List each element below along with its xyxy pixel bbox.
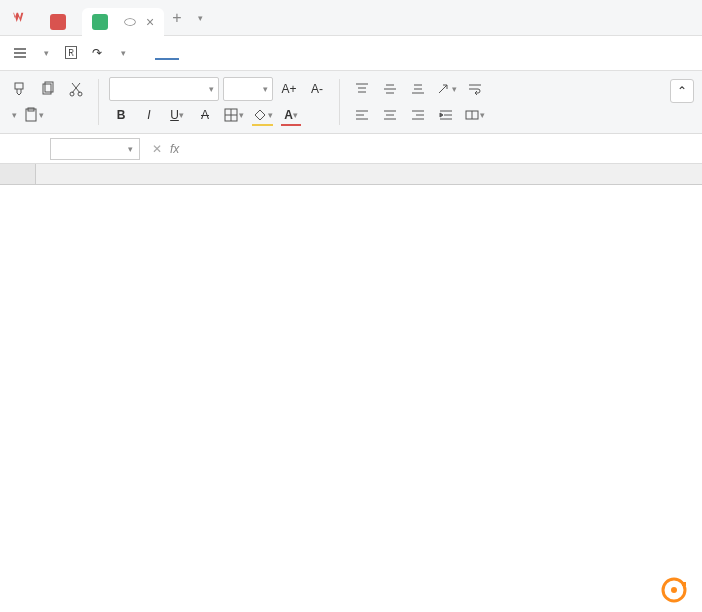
- align-top-button[interactable]: [350, 77, 374, 101]
- align-middle-button[interactable]: [378, 77, 402, 101]
- formula-input[interactable]: [183, 138, 698, 160]
- toolbar: ▾ ▾ ▾ ▾ A+ A- B I U▾ A ▾ ▾ A▾ ▾: [0, 70, 702, 134]
- spreadsheet-grid: [0, 164, 702, 185]
- file-menu[interactable]: ▾: [34, 44, 57, 62]
- orientation-button[interactable]: ▾: [434, 77, 459, 101]
- new-tab-button[interactable]: +: [164, 9, 189, 27]
- tab-list-button[interactable]: ▾: [190, 13, 211, 23]
- svg-point-10: [671, 587, 677, 593]
- menu-tab-page[interactable]: [207, 47, 231, 59]
- menu-tab-insert[interactable]: [181, 47, 205, 59]
- font-color-button[interactable]: A▾: [279, 103, 303, 127]
- merge-button[interactable]: ▾: [462, 103, 487, 127]
- menu-tab-review[interactable]: [285, 47, 309, 59]
- hamburger-icon[interactable]: [8, 41, 32, 65]
- clipboard-icon[interactable]: ▾: [21, 103, 46, 127]
- menu-tab-data[interactable]: [259, 47, 283, 59]
- tab-icon: [50, 14, 66, 30]
- fx-icon[interactable]: fx: [170, 142, 179, 156]
- select-all-corner[interactable]: [0, 164, 36, 184]
- svg-rect-0: [15, 83, 23, 89]
- underline-button[interactable]: U▾: [165, 103, 189, 127]
- tab-modified-icon: ⬭: [124, 13, 136, 30]
- cancel-icon[interactable]: ✕: [152, 142, 162, 156]
- cell-reference-input[interactable]: ▾: [50, 138, 140, 160]
- nav-fwd-button[interactable]: ↷: [85, 41, 109, 65]
- font-name-select[interactable]: ▾: [109, 77, 219, 101]
- cut-icon[interactable]: [64, 77, 88, 101]
- nav-more-button[interactable]: ▾: [111, 41, 135, 65]
- tab-file[interactable]: ⬭ ×: [82, 8, 164, 36]
- format-brush-icon[interactable]: [8, 77, 32, 101]
- bold-button[interactable]: B: [109, 103, 133, 127]
- watermark: [660, 576, 694, 604]
- align-left-button[interactable]: [350, 103, 374, 127]
- menu-tab-view[interactable]: [311, 47, 335, 59]
- column-headers: [0, 164, 702, 185]
- font-decrease-button[interactable]: A-: [305, 77, 329, 101]
- font-increase-button[interactable]: A+: [277, 77, 301, 101]
- fill-color-button[interactable]: ▾: [250, 103, 275, 127]
- tab-templates[interactable]: [40, 8, 82, 36]
- border-button[interactable]: ▾: [221, 103, 246, 127]
- tab-icon: [92, 14, 108, 30]
- app-logo: [4, 0, 40, 36]
- collapse-ribbon-button[interactable]: ⌃: [670, 79, 694, 103]
- font-size-select[interactable]: ▾: [223, 77, 273, 101]
- strike-button[interactable]: A: [193, 103, 217, 127]
- align-center-button[interactable]: [378, 103, 402, 127]
- indent-button[interactable]: [434, 103, 458, 127]
- align-right-button[interactable]: [406, 103, 430, 127]
- title-bar: ⬭ × + ▾: [0, 0, 702, 36]
- formula-bar: ▾ ✕ fx: [0, 134, 702, 164]
- wps-icon: [12, 10, 28, 26]
- menu-tab-start[interactable]: [155, 46, 179, 60]
- watermark-icon: [660, 576, 688, 604]
- menu-bar: ▾ 🅁 ↷ ▾: [0, 36, 702, 70]
- align-bottom-button[interactable]: [406, 77, 430, 101]
- close-icon[interactable]: ×: [146, 14, 154, 30]
- svg-rect-11: [682, 582, 686, 586]
- wrap-button[interactable]: [463, 77, 487, 101]
- copy-icon[interactable]: [36, 77, 60, 101]
- italic-button[interactable]: I: [137, 103, 161, 127]
- menu-tab-formula[interactable]: [233, 47, 257, 59]
- nav-back-button[interactable]: 🅁: [59, 41, 83, 65]
